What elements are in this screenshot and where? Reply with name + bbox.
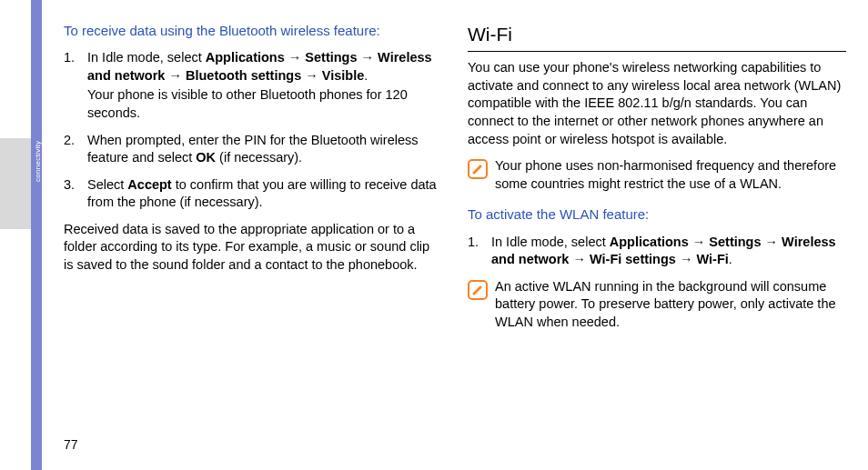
- arrow-icon: →: [168, 68, 182, 83]
- sidebar-tab-label: connectivity: [34, 141, 42, 182]
- path-wifi: Wi-Fi: [696, 252, 728, 266]
- note-box-2: An active WLAN running in the background…: [468, 278, 846, 332]
- right-steps-list: 1. In Idle mode, select Applications → S…: [468, 234, 846, 269]
- wifi-heading: Wi-Fi: [468, 22, 846, 47]
- left-subhead: To receive data using the Bluetooth wire…: [64, 22, 442, 40]
- left-paragraph: Received data is saved to the appropriat…: [64, 221, 442, 275]
- step-text: In Idle mode, select: [491, 235, 610, 249]
- path-bt: Bluetooth settings: [186, 68, 301, 83]
- page-content: To receive data using the Bluetooth wire…: [64, 22, 846, 449]
- path-settings: Settings: [709, 235, 761, 249]
- arrow-icon: →: [680, 252, 693, 266]
- wifi-intro: You can use your phone's wireless networ…: [468, 59, 846, 148]
- arrow-icon: →: [305, 68, 318, 83]
- step-number: 1.: [64, 49, 87, 122]
- step-text: Select: [87, 177, 127, 192]
- path-settings: Settings: [305, 50, 357, 65]
- path-app: Applications: [206, 50, 285, 65]
- note-box-1: Your phone uses non-harmonised frequency…: [468, 157, 846, 193]
- step-subnote: Your phone is visible to other Bluetooth…: [87, 86, 442, 122]
- arrow-icon: →: [361, 50, 375, 65]
- path-wifi-settings: Wi-Fi settings: [590, 252, 676, 266]
- step-text-b: (if necessary).: [216, 150, 302, 165]
- path-app: Applications: [610, 235, 689, 249]
- right-subhead: To activate the WLAN feature:: [468, 205, 846, 224]
- page-number: 77: [64, 437, 78, 452]
- arrow-icon: →: [765, 235, 779, 249]
- step-text: In Idle mode, select: [87, 50, 206, 65]
- left-steps-list: 1. In Idle mode, select Applications → S…: [64, 49, 442, 212]
- left-column: To receive data using the Bluetooth wire…: [64, 22, 442, 449]
- note-text-2: An active WLAN running in the background…: [495, 278, 846, 332]
- step-body: When prompted, enter the PIN for the Blu…: [87, 132, 442, 167]
- note-icon: [468, 280, 488, 300]
- right-column: Wi-Fi You can use your phone's wireless …: [468, 22, 846, 449]
- arrow-icon: →: [288, 50, 302, 65]
- bold-ok: OK: [196, 150, 216, 165]
- step-number: 3.: [64, 176, 87, 212]
- sidebar-purple-bar: [31, 0, 42, 470]
- step-suffix: .: [364, 68, 368, 83]
- arrow-icon: →: [692, 235, 706, 249]
- step-body: Select Accept to confirm that you are wi…: [87, 176, 442, 212]
- step-number: 2.: [64, 132, 87, 167]
- heading-underline: [468, 51, 846, 52]
- step-1: 1. In Idle mode, select Applications → S…: [64, 49, 442, 122]
- step-2: 2. When prompted, enter the PIN for the …: [64, 132, 442, 167]
- step-3: 3. Select Accept to confirm that you are…: [64, 176, 442, 212]
- step-number: 1.: [468, 234, 491, 269]
- bold-accept: Accept: [127, 177, 171, 192]
- note-text-1: Your phone uses non-harmonised frequency…: [495, 157, 846, 193]
- step-body: In Idle mode, select Applications → Sett…: [491, 234, 846, 269]
- right-step-1: 1. In Idle mode, select Applications → S…: [468, 234, 846, 269]
- arrow-icon: →: [572, 252, 586, 266]
- note-icon: [468, 159, 488, 179]
- step-body: In Idle mode, select Applications → Sett…: [87, 49, 442, 122]
- step-suffix: .: [729, 252, 732, 266]
- path-visible: Visible: [322, 68, 364, 83]
